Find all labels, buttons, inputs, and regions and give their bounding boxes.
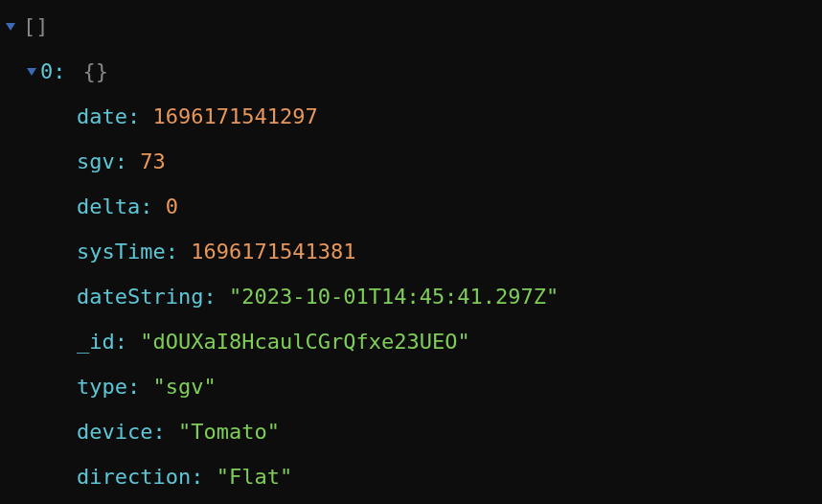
tree-item-0-row[interactable]: 0 : {} [0,49,822,94]
property-value-string: "2023-10-01T14:45:41.297Z" [229,281,559,312]
property-row-date[interactable]: date : 1696171541297 [0,94,822,139]
colon: : [140,191,152,222]
colon: : [127,371,140,402]
property-row-delta[interactable]: delta : 0 [0,184,822,229]
property-row-device[interactable]: device : "Tomato" [0,409,822,454]
caret-down-icon[interactable] [6,23,15,31]
colon: : [127,101,140,132]
item-index-key: 0 [40,56,53,87]
property-value-string: "Flat" [217,461,292,493]
colon: : [115,326,127,357]
property-key: dateString [77,281,203,312]
colon: : [166,236,178,267]
property-row-type[interactable]: type : "sgv" [0,364,822,409]
property-value-number: 1696171541297 [152,101,317,132]
property-row-id[interactable]: _id : "dOUXaI8HcaulCGrQfxe23UEO" [0,319,822,364]
colon: : [53,56,65,87]
property-value-string: "dOUXaI8HcaulCGrQfxe23UEO" [140,326,469,357]
property-key: device [77,416,152,447]
property-row-direction[interactable]: direction : "Flat" [0,454,822,499]
property-key: _id [77,326,115,357]
colon: : [115,146,127,177]
property-value-string: "sgv" [152,371,216,402]
colon: : [152,416,165,447]
tree-root-row[interactable]: [] [0,4,822,49]
property-key: date [77,101,127,132]
property-row-sgv[interactable]: sgv : 73 [0,139,822,184]
property-key: delta [77,191,140,222]
property-key: direction [77,461,191,493]
property-key: type [77,371,127,402]
property-value-number: 73 [140,146,166,177]
property-value-number: 1696171541381 [191,236,355,267]
caret-down-icon[interactable] [27,68,36,76]
colon: : [191,461,203,493]
property-row-datestring[interactable]: dateString : "2023-10-01T14:45:41.297Z" [0,274,822,319]
property-key: sgv [77,146,115,177]
property-row-systime[interactable]: sysTime : 1696171541381 [0,229,822,274]
colon: : [203,281,216,312]
property-value-string: "Tomato" [178,416,280,447]
array-bracket: [] [23,11,49,42]
property-value-number: 0 [166,191,178,222]
property-key: sysTime [77,236,166,267]
object-bracket: {} [83,56,109,87]
